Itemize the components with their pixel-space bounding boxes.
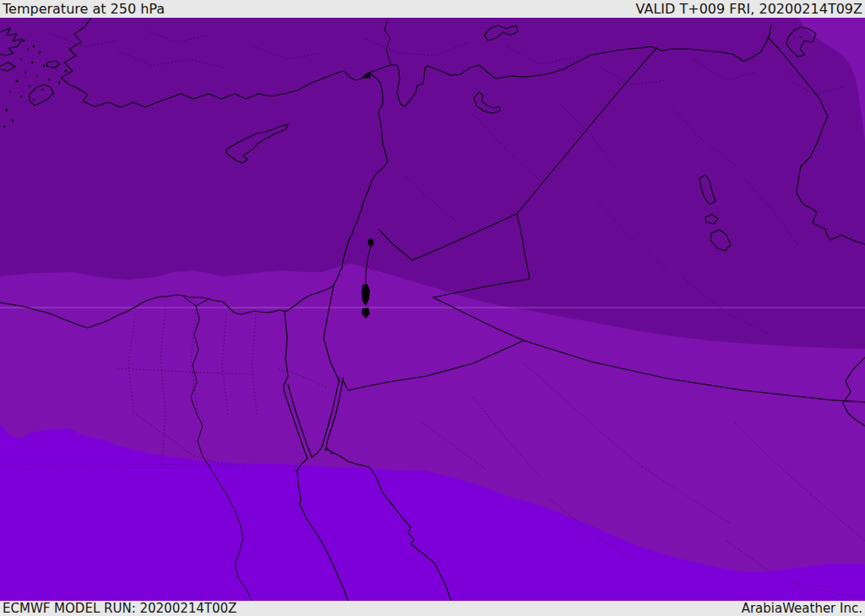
red-sea-island — [296, 470, 297, 472]
weather-map-screen: Temperature at 250 hPa VALID T+009 FRI, … — [0, 0, 865, 616]
page-title: Temperature at 250 hPa — [3, 0, 165, 18]
temperature-map-canvas — [0, 18, 865, 601]
model-run-label: ECMWF MODEL RUN: 20200214T00Z — [3, 601, 237, 616]
footer-bar: ECMWF MODEL RUN: 20200214T00Z ArabiaWeat… — [0, 601, 865, 616]
lake-van-island — [800, 36, 802, 38]
tiran-island-2 — [331, 452, 334, 455]
brand-label: ArabiaWeather Inc. — [742, 601, 862, 616]
header-bar: Temperature at 250 hPa VALID T+009 FRI, … — [0, 0, 865, 18]
valid-time-label: VALID T+009 FRI, 20200214T09Z — [636, 0, 862, 18]
sea-of-galilee — [368, 238, 374, 247]
tiran-island — [325, 449, 328, 451]
